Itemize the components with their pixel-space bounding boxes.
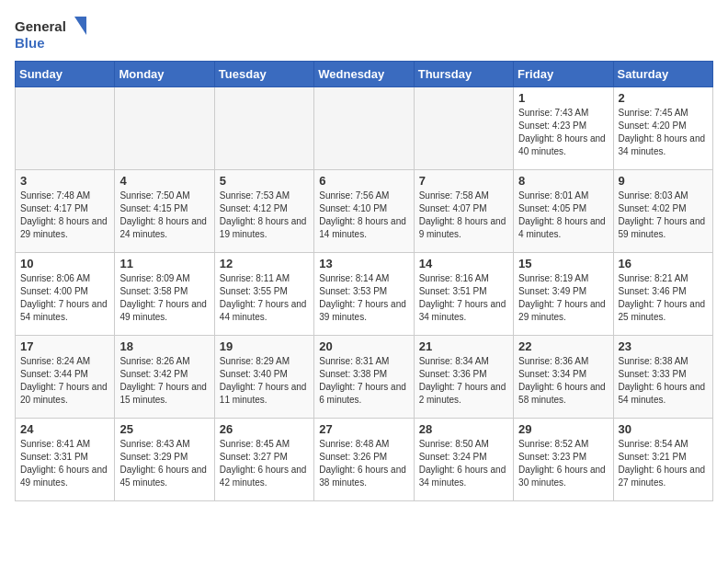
day-info: Sunrise: 7:48 AM Sunset: 4:17 PM Dayligh… [20, 190, 109, 241]
day-number: 29 [518, 422, 608, 436]
calendar-cell: 27Sunrise: 8:48 AM Sunset: 3:26 PM Dayli… [314, 419, 414, 501]
day-number: 15 [518, 257, 608, 270]
day-info: Sunrise: 8:03 AM Sunset: 4:02 PM Dayligh… [619, 190, 708, 241]
day-number: 22 [518, 339, 608, 353]
weekday-header-saturday: Saturday [613, 62, 712, 87]
calendar-cell: 9Sunrise: 8:03 AM Sunset: 4:02 PM Daylig… [613, 170, 712, 253]
calendar-cell [115, 87, 214, 170]
day-info: Sunrise: 8:38 AM Sunset: 3:33 PM Dayligh… [619, 355, 708, 407]
calendar-cell: 17Sunrise: 8:24 AM Sunset: 3:44 PM Dayli… [16, 336, 115, 419]
day-info: Sunrise: 8:29 AM Sunset: 3:40 PM Dayligh… [220, 355, 309, 407]
day-info: Sunrise: 8:09 AM Sunset: 3:58 PM Dayligh… [119, 272, 209, 324]
day-info: Sunrise: 8:21 AM Sunset: 3:46 PM Dayligh… [619, 272, 708, 324]
day-number: 10 [20, 257, 109, 270]
day-info: Sunrise: 7:43 AM Sunset: 4:23 PM Dayligh… [518, 107, 608, 158]
day-number: 2 [619, 91, 708, 105]
day-info: Sunrise: 8:26 AM Sunset: 3:42 PM Dayligh… [119, 355, 209, 407]
calendar-cell: 12Sunrise: 8:11 AM Sunset: 3:55 PM Dayli… [214, 253, 313, 336]
day-number: 20 [319, 339, 408, 353]
weekday-header-wednesday: Wednesday [314, 62, 414, 87]
day-number: 23 [619, 339, 708, 353]
day-number: 12 [220, 257, 309, 270]
day-info: Sunrise: 8:41 AM Sunset: 3:31 PM Dayligh… [20, 438, 109, 489]
svg-text:General: General [15, 18, 66, 34]
weekday-header-monday: Monday [115, 62, 214, 87]
day-info: Sunrise: 7:58 AM Sunset: 4:07 PM Dayligh… [419, 190, 508, 241]
day-info: Sunrise: 8:34 AM Sunset: 3:36 PM Dayligh… [419, 355, 508, 407]
day-number: 13 [319, 257, 408, 270]
calendar-cell: 19Sunrise: 8:29 AM Sunset: 3:40 PM Dayli… [214, 336, 313, 419]
calendar-cell [214, 87, 313, 170]
calendar-cell: 18Sunrise: 8:26 AM Sunset: 3:42 PM Dayli… [115, 336, 214, 419]
calendar-cell: 10Sunrise: 8:06 AM Sunset: 4:00 PM Dayli… [16, 253, 115, 336]
day-number: 1 [518, 91, 608, 105]
calendar-cell: 3Sunrise: 7:48 AM Sunset: 4:17 PM Daylig… [16, 170, 115, 253]
day-number: 16 [619, 257, 708, 270]
day-info: Sunrise: 8:36 AM Sunset: 3:34 PM Dayligh… [518, 355, 608, 407]
weekday-header-friday: Friday [514, 62, 613, 87]
calendar-cell: 15Sunrise: 8:19 AM Sunset: 3:49 PM Dayli… [514, 253, 613, 336]
day-info: Sunrise: 7:45 AM Sunset: 4:20 PM Dayligh… [619, 107, 708, 158]
day-number: 4 [119, 174, 209, 188]
day-number: 3 [20, 174, 109, 188]
day-info: Sunrise: 8:45 AM Sunset: 3:27 PM Dayligh… [220, 438, 309, 489]
calendar-cell: 11Sunrise: 8:09 AM Sunset: 3:58 PM Dayli… [115, 253, 214, 336]
weekday-header-tuesday: Tuesday [214, 62, 313, 87]
day-number: 25 [119, 422, 209, 436]
day-number: 9 [619, 174, 708, 188]
day-number: 14 [419, 257, 508, 270]
week-row-1: 1Sunrise: 7:43 AM Sunset: 4:23 PM Daylig… [16, 87, 713, 170]
calendar-cell: 7Sunrise: 7:58 AM Sunset: 4:07 PM Daylig… [414, 170, 513, 253]
calendar-cell: 16Sunrise: 8:21 AM Sunset: 3:46 PM Dayli… [613, 253, 712, 336]
week-row-5: 24Sunrise: 8:41 AM Sunset: 3:31 PM Dayli… [16, 419, 713, 501]
day-info: Sunrise: 8:06 AM Sunset: 4:00 PM Dayligh… [20, 272, 109, 324]
day-info: Sunrise: 7:50 AM Sunset: 4:15 PM Dayligh… [119, 190, 209, 241]
day-info: Sunrise: 8:48 AM Sunset: 3:26 PM Dayligh… [319, 438, 408, 489]
day-number: 18 [119, 339, 209, 353]
weekday-header-row: SundayMondayTuesdayWednesdayThursdayFrid… [16, 62, 713, 87]
day-info: Sunrise: 8:43 AM Sunset: 3:29 PM Dayligh… [119, 438, 209, 489]
calendar-cell [314, 87, 414, 170]
day-number: 19 [220, 339, 309, 353]
calendar-cell: 13Sunrise: 8:14 AM Sunset: 3:53 PM Dayli… [314, 253, 414, 336]
day-info: Sunrise: 8:01 AM Sunset: 4:05 PM Dayligh… [518, 190, 608, 241]
calendar-cell: 23Sunrise: 8:38 AM Sunset: 3:33 PM Dayli… [613, 336, 712, 419]
calendar-cell: 6Sunrise: 7:56 AM Sunset: 4:10 PM Daylig… [314, 170, 414, 253]
calendar-cell [414, 87, 513, 170]
calendar-cell: 26Sunrise: 8:45 AM Sunset: 3:27 PM Dayli… [214, 419, 313, 501]
day-number: 11 [119, 257, 209, 270]
calendar-cell: 29Sunrise: 8:52 AM Sunset: 3:23 PM Dayli… [514, 419, 613, 501]
day-info: Sunrise: 8:52 AM Sunset: 3:23 PM Dayligh… [518, 438, 608, 489]
day-info: Sunrise: 8:24 AM Sunset: 3:44 PM Dayligh… [20, 355, 109, 407]
svg-marker-2 [74, 17, 86, 35]
week-row-4: 17Sunrise: 8:24 AM Sunset: 3:44 PM Dayli… [16, 336, 713, 419]
logo: GeneralBlue [15, 15, 88, 52]
calendar-cell: 4Sunrise: 7:50 AM Sunset: 4:15 PM Daylig… [115, 170, 214, 253]
day-number: 28 [419, 422, 508, 436]
day-number: 30 [619, 422, 708, 436]
day-info: Sunrise: 8:19 AM Sunset: 3:49 PM Dayligh… [518, 272, 608, 324]
day-number: 6 [319, 174, 408, 188]
calendar-cell: 30Sunrise: 8:54 AM Sunset: 3:21 PM Dayli… [613, 419, 712, 501]
day-info: Sunrise: 7:56 AM Sunset: 4:10 PM Dayligh… [319, 190, 408, 241]
calendar-cell: 21Sunrise: 8:34 AM Sunset: 3:36 PM Dayli… [414, 336, 513, 419]
calendar-cell: 8Sunrise: 8:01 AM Sunset: 4:05 PM Daylig… [514, 170, 613, 253]
day-number: 5 [220, 174, 309, 188]
day-info: Sunrise: 8:14 AM Sunset: 3:53 PM Dayligh… [319, 272, 408, 324]
calendar-table: SundayMondayTuesdayWednesdayThursdayFrid… [15, 61, 713, 501]
day-info: Sunrise: 8:16 AM Sunset: 3:51 PM Dayligh… [419, 272, 508, 324]
weekday-header-thursday: Thursday [414, 62, 513, 87]
day-info: Sunrise: 8:31 AM Sunset: 3:38 PM Dayligh… [319, 355, 408, 407]
calendar-cell: 28Sunrise: 8:50 AM Sunset: 3:24 PM Dayli… [414, 419, 513, 501]
day-number: 26 [220, 422, 309, 436]
day-info: Sunrise: 7:53 AM Sunset: 4:12 PM Dayligh… [220, 190, 309, 241]
calendar-cell [16, 87, 115, 170]
weekday-header-sunday: Sunday [16, 62, 115, 87]
calendar-cell: 20Sunrise: 8:31 AM Sunset: 3:38 PM Dayli… [314, 336, 414, 419]
day-info: Sunrise: 8:54 AM Sunset: 3:21 PM Dayligh… [619, 438, 708, 489]
calendar-cell: 24Sunrise: 8:41 AM Sunset: 3:31 PM Dayli… [16, 419, 115, 501]
calendar-cell: 2Sunrise: 7:45 AM Sunset: 4:20 PM Daylig… [613, 87, 712, 170]
day-number: 7 [419, 174, 508, 188]
calendar-cell: 5Sunrise: 7:53 AM Sunset: 4:12 PM Daylig… [214, 170, 313, 253]
calendar-cell: 25Sunrise: 8:43 AM Sunset: 3:29 PM Dayli… [115, 419, 214, 501]
